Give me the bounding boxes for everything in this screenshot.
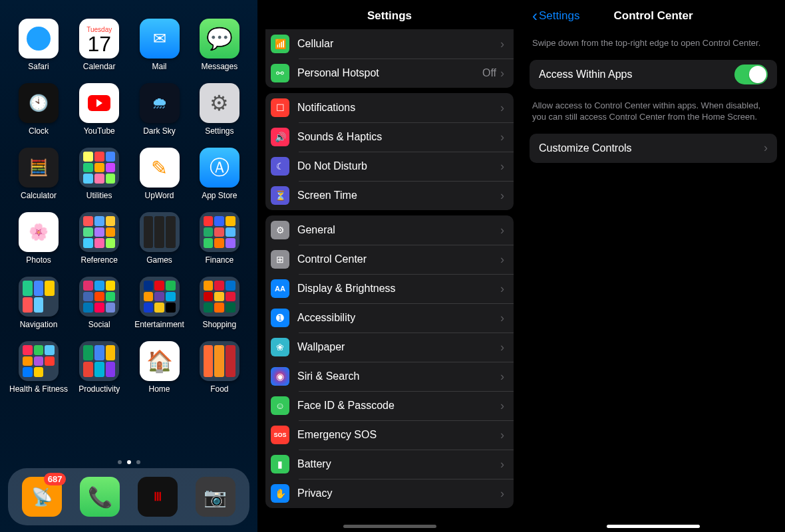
youtube-icon xyxy=(79,83,119,123)
chevron-right-icon: › xyxy=(500,458,504,471)
app-label: Calculator xyxy=(21,191,57,200)
dock-app-overcast[interactable]: 📡 687 xyxy=(22,477,62,517)
clock-icon: 🕙 xyxy=(19,83,59,123)
page-indicator[interactable] xyxy=(0,460,257,464)
app-youtube[interactable]: YouTube xyxy=(71,83,128,136)
app-label: Social xyxy=(88,320,110,329)
folder-games[interactable]: Games xyxy=(130,212,188,265)
siri-icon: ◉ xyxy=(271,367,289,386)
chevron-right-icon: › xyxy=(500,428,504,442)
app-label: Settings xyxy=(205,126,234,136)
row-customize-controls[interactable]: Customize Controls › xyxy=(530,134,777,163)
row-label: Privacy xyxy=(297,487,500,499)
chevron-right-icon: › xyxy=(764,141,768,155)
photos-icon: 🌸 xyxy=(19,212,59,252)
calendar-icon: Tuesday 17 xyxy=(79,19,119,59)
row-cellular[interactable]: 📶 Cellular › xyxy=(265,29,514,59)
switch-on[interactable] xyxy=(734,65,768,84)
folder-utilities[interactable]: Utilities xyxy=(71,148,128,200)
folder-reference[interactable]: Reference xyxy=(71,212,128,265)
home-icon: 🏠 xyxy=(140,341,180,381)
row-label: General xyxy=(297,224,500,236)
row-siri[interactable]: ◉Siri & Search› xyxy=(265,362,514,391)
settings-group-general: ⚙General› ⊞Control Center› AADisplay & B… xyxy=(265,215,514,508)
row-faceid[interactable]: ☺Face ID & Passcode› xyxy=(265,391,514,420)
app-appstore[interactable]: Ⓐ App Store xyxy=(191,148,248,200)
app-label: Safari xyxy=(28,62,49,71)
row-privacy[interactable]: ✋Privacy› xyxy=(265,479,514,508)
faceid-icon: ☺ xyxy=(271,396,289,415)
row-wallpaper[interactable]: ❀Wallpaper› xyxy=(265,332,514,362)
row-sounds[interactable]: 🔊 Sounds & Haptics › xyxy=(265,122,514,152)
row-notifications[interactable]: ☐ Notifications › xyxy=(265,93,514,122)
mail-icon: ✉︎ xyxy=(140,19,180,59)
row-dnd[interactable]: ☾ Do Not Disturb › xyxy=(265,152,514,181)
row-display[interactable]: AADisplay & Brightness› xyxy=(265,274,514,303)
row-battery[interactable]: ▮Battery› xyxy=(265,450,514,479)
chevron-right-icon: › xyxy=(500,340,504,354)
row-label: Personal Hotspot xyxy=(297,67,482,79)
nav-bar: ‹ Settings Control Center xyxy=(522,0,785,31)
camera-icon: 📷 xyxy=(204,486,227,508)
app-label: Shopping xyxy=(202,320,236,329)
accessibility-icon: ➊ xyxy=(271,309,289,327)
folder-shopping[interactable]: Shopping xyxy=(191,277,248,329)
app-home[interactable]: 🏠 Home xyxy=(130,341,188,394)
folder-entertainment[interactable]: Entertainment xyxy=(130,277,188,329)
folder-icon xyxy=(79,341,119,381)
app-label: Dark Sky xyxy=(143,126,176,136)
chevron-right-icon: › xyxy=(500,253,504,267)
section-caption: Swipe down from the top-right edge to op… xyxy=(522,31,785,56)
app-mail[interactable]: ✉︎ Mail xyxy=(130,19,188,71)
folder-food[interactable]: Food xyxy=(191,341,248,394)
row-control-center[interactable]: ⊞Control Center› xyxy=(265,245,514,274)
row-label: Wallpaper xyxy=(297,341,500,353)
chevron-right-icon: › xyxy=(500,399,504,413)
app-upword[interactable]: ✎ UpWord xyxy=(130,148,188,200)
back-button[interactable]: ‹ Settings xyxy=(532,8,579,24)
app-label: Productivity xyxy=(78,384,120,394)
dock-app-camera[interactable]: 📷 xyxy=(196,477,236,517)
row-sos[interactable]: SOSEmergency SOS› xyxy=(265,420,514,450)
safari-icon xyxy=(24,24,53,53)
toggle-access-within-apps[interactable]: Access Within Apps xyxy=(530,60,777,89)
folder-icon xyxy=(19,277,59,317)
appstore-icon: Ⓐ xyxy=(200,148,239,188)
app-darksky[interactable]: 🌧 Dark Sky xyxy=(130,83,188,136)
app-clock[interactable]: 🕙 Clock xyxy=(9,83,68,136)
app-photos[interactable]: 🌸 Photos xyxy=(9,212,68,265)
folder-productivity[interactable]: Productivity xyxy=(71,341,128,394)
app-calculator[interactable]: 🧮 Calculator xyxy=(9,148,68,200)
folder-icon xyxy=(200,277,239,317)
row-screentime[interactable]: ⏳ Screen Time › xyxy=(265,181,514,210)
app-label: Finance xyxy=(205,255,234,265)
folder-finance[interactable]: Finance xyxy=(191,212,248,265)
gear-icon: ⚙ xyxy=(271,221,289,239)
folder-navigation[interactable]: Navigation xyxy=(9,277,68,329)
chevron-right-icon: › xyxy=(500,101,504,115)
home-indicator[interactable] xyxy=(343,525,436,528)
folder-health[interactable]: Health & Fitness xyxy=(9,341,68,394)
chevron-right-icon: › xyxy=(500,223,504,237)
row-label: Face ID & Passcode xyxy=(297,400,500,412)
cellular-icon: 📶 xyxy=(271,35,289,53)
app-settings[interactable]: ⚙︎ Settings xyxy=(191,83,248,136)
dock-app-phone[interactable]: 📞 xyxy=(80,477,120,517)
app-grid: Safari Tuesday 17 Calendar ✉︎ Mail 💬 Mes… xyxy=(0,0,257,394)
row-hotspot[interactable]: ⚯ Personal Hotspot Off › xyxy=(265,59,514,88)
dock-app-marcus[interactable]: Ⅲ xyxy=(138,477,178,517)
gear-icon: ⚙︎ xyxy=(200,83,239,123)
chevron-right-icon: › xyxy=(500,282,504,296)
chevron-right-icon: › xyxy=(500,160,504,174)
row-accessibility[interactable]: ➊Accessibility› xyxy=(265,303,514,332)
app-label: Home xyxy=(149,384,170,394)
sounds-icon: 🔊 xyxy=(271,128,289,146)
app-calendar[interactable]: Tuesday 17 Calendar xyxy=(71,19,128,71)
row-general[interactable]: ⚙General› xyxy=(265,215,514,245)
calendar-day: 17 xyxy=(87,33,111,55)
row-label: Notifications xyxy=(297,102,500,114)
app-messages[interactable]: 💬 Messages xyxy=(191,19,248,71)
folder-social[interactable]: Social xyxy=(71,277,128,329)
app-safari[interactable]: Safari xyxy=(9,19,68,71)
home-indicator[interactable] xyxy=(607,525,700,528)
